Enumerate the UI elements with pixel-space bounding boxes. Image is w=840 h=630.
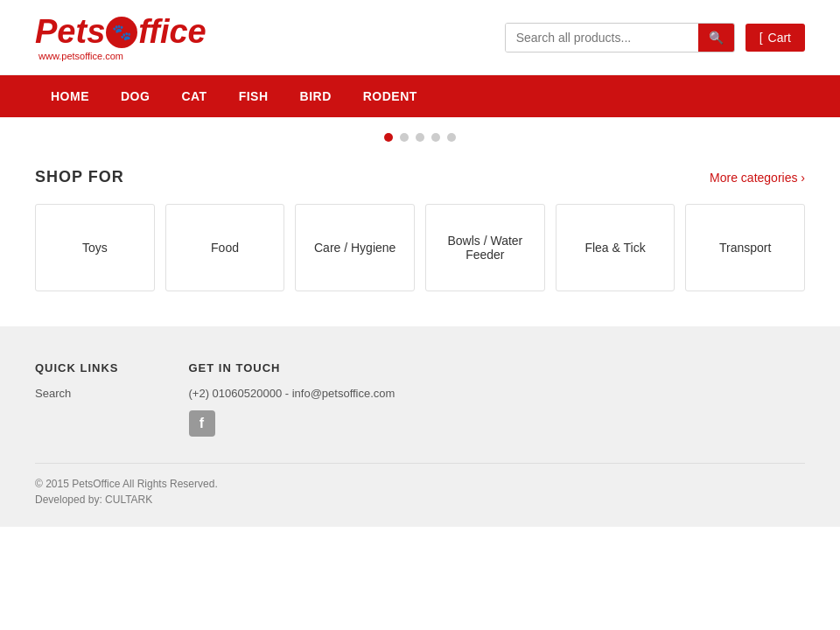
- developer-text: Developed by: CULTARK: [35, 494, 805, 506]
- get-in-touch-title: GET IN TOUCH: [189, 361, 396, 374]
- more-categories-link[interactable]: More categories ›: [710, 171, 805, 185]
- search-icon: 🔍: [709, 31, 724, 45]
- logo-ffice-text: ffice: [138, 13, 206, 51]
- main-nav: HOME DOG CAT FISH BIRD RODENT: [0, 75, 840, 117]
- nav-item-home[interactable]: HOME: [35, 75, 105, 117]
- logo-url: www.petsoffice.com: [38, 51, 123, 61]
- nav-item-rodent[interactable]: RODENT: [347, 75, 433, 117]
- category-card-flea-tick[interactable]: Flea & Tick: [556, 204, 676, 291]
- footer-contact: (+2) 01060520000 - info@petsoffice.com: [189, 387, 396, 400]
- logo-pets-text: Pets: [35, 13, 105, 51]
- search-input[interactable]: [506, 24, 698, 52]
- footer: QUICK LINKS Search GET IN TOUCH (+2) 010…: [0, 326, 840, 527]
- categories-grid: Toys Food Care / Hygiene Bowls / Water F…: [35, 204, 805, 291]
- shop-header: SHOP FOR More categories ›: [35, 168, 805, 186]
- category-card-food[interactable]: Food: [165, 204, 285, 291]
- search-button[interactable]: 🔍: [698, 24, 734, 52]
- nav-item-dog[interactable]: DOG: [105, 75, 165, 117]
- logo-area: Pets 🐾 ffice www.petsoffice.com: [35, 13, 206, 61]
- carousel-dots: [0, 117, 840, 150]
- footer-get-in-touch: GET IN TOUCH (+2) 01060520000 - info@pet…: [189, 361, 396, 437]
- nav-item-cat[interactable]: CAT: [165, 75, 222, 117]
- footer-bottom: © 2015 PetsOffice All Rights Reserved. D…: [35, 463, 805, 506]
- shop-section: SHOP FOR More categories › Toys Food Car…: [0, 150, 840, 326]
- search-box: 🔍: [505, 23, 735, 52]
- category-card-toys[interactable]: Toys: [35, 204, 155, 291]
- header-right: 🔍 [ Cart: [505, 23, 805, 52]
- footer-top: QUICK LINKS Search GET IN TOUCH (+2) 010…: [35, 361, 805, 437]
- logo-main: Pets 🐾 ffice: [35, 13, 206, 51]
- footer-quick-links: QUICK LINKS Search: [35, 361, 119, 437]
- category-card-care-hygiene[interactable]: Care / Hygiene: [295, 204, 415, 291]
- category-card-bowls-water-feeder[interactable]: Bowls / Water Feeder: [425, 204, 545, 291]
- category-card-transport[interactable]: Transport: [685, 204, 805, 291]
- carousel-dot-1[interactable]: [384, 133, 393, 142]
- logo-paw-circle: 🐾: [106, 17, 137, 48]
- carousel-dot-2[interactable]: [400, 133, 409, 142]
- fb-letter: f: [200, 416, 204, 431]
- nav-item-fish[interactable]: FISH: [223, 75, 284, 117]
- footer-search-link[interactable]: Search: [35, 387, 119, 400]
- nav-item-bird[interactable]: BIRD: [284, 75, 347, 117]
- shop-title: SHOP FOR: [35, 168, 124, 186]
- cart-label: Cart: [768, 31, 791, 45]
- cart-button[interactable]: [ Cart: [746, 24, 805, 52]
- carousel-dot-3[interactable]: [416, 133, 424, 142]
- paw-icon: 🐾: [112, 23, 131, 42]
- carousel-dot-5[interactable]: [447, 133, 456, 142]
- logo-wrap: Pets 🐾 ffice www.petsoffice.com: [35, 13, 206, 61]
- cart-icon: [: [760, 31, 763, 45]
- carousel-dot-4[interactable]: [431, 133, 440, 142]
- copyright-text: © 2015 PetsOffice All Rights Reserved.: [35, 478, 805, 490]
- quick-links-title: QUICK LINKS: [35, 361, 119, 374]
- facebook-icon[interactable]: f: [189, 410, 215, 437]
- header: Pets 🐾 ffice www.petsoffice.com 🔍 [ Cart: [0, 0, 840, 75]
